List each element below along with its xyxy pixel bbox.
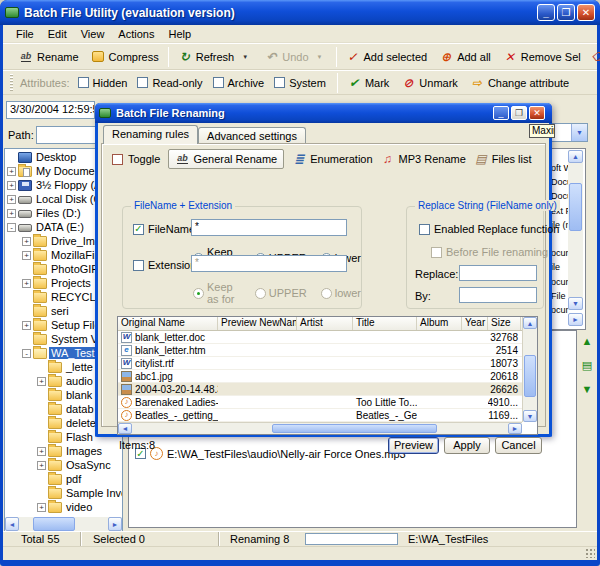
refresh-dropdown-icon[interactable] xyxy=(238,50,252,64)
scroll-right-icon[interactable]: ► xyxy=(508,423,522,434)
enable-replace-checkbox[interactable]: Enabled Replace function xyxy=(419,223,559,235)
column-preview-newname[interactable]: Preview NewName xyxy=(218,317,297,330)
rename-button[interactable]: Rename xyxy=(13,48,85,66)
grid-row[interactable]: abc1.jpg 20618 xyxy=(118,370,537,383)
grid-vertical-scrollbar[interactable]: ▲ ▼ xyxy=(522,317,537,422)
title-bar[interactable]: Batch File Utility (evaluation version) xyxy=(0,0,600,25)
close-button[interactable]: ✕ xyxy=(577,4,595,21)
system-checkbox[interactable]: System xyxy=(272,77,334,89)
menu-item[interactable]: Edit xyxy=(41,27,74,41)
tab-advanced-settings[interactable]: Advanced settings xyxy=(198,127,306,144)
readonly-checkbox[interactable]: Read-only xyxy=(135,77,210,89)
grid-row[interactable]: Beatles_-_getting_b... Beatles_-_Ge... 1… xyxy=(118,409,537,422)
move-top-icon[interactable]: ▲ xyxy=(582,336,593,347)
column-title[interactable]: Title xyxy=(353,317,417,330)
tree-expander[interactable]: + xyxy=(22,251,31,260)
mark-button[interactable]: Mark xyxy=(341,74,395,92)
combo-dropdown-icon[interactable]: ▼ xyxy=(571,124,587,141)
filename-input[interactable]: * xyxy=(191,219,347,236)
column-album[interactable]: Album xyxy=(417,317,462,330)
enumeration-button[interactable]: Enumeration xyxy=(292,152,372,166)
mp3-rename-button[interactable]: MP3 Rename xyxy=(381,152,466,166)
tree-item[interactable]: + video xyxy=(5,500,122,514)
scroll-down-icon[interactable]: ▼ xyxy=(568,297,583,310)
extension-checkbox[interactable]: Extension xyxy=(133,259,196,271)
filename-checkbox[interactable]: FileName xyxy=(133,223,195,235)
drive-combobox[interactable]: ▼ xyxy=(550,123,588,142)
column-artist[interactable]: Artist xyxy=(297,317,353,330)
file-list-scroll-thumb[interactable] xyxy=(569,183,582,231)
date-filter-input[interactable]: 3/30/2004 12:59:59 xyxy=(6,101,95,119)
tree-expander[interactable]: + xyxy=(37,447,46,456)
dialog-minimize-button[interactable]: _ xyxy=(493,106,509,120)
remove-all-button[interactable]: Remove all xyxy=(587,48,600,66)
grid-row[interactable]: 2004-03-20-14.48.3... 26626 xyxy=(118,383,537,396)
menu-item[interactable]: File xyxy=(9,27,41,41)
toolbar-grip[interactable] xyxy=(10,74,13,92)
path-input[interactable] xyxy=(36,126,96,144)
tab-renaming-rules[interactable]: Renaming rules xyxy=(103,125,198,144)
tree-item[interactable]: pdf xyxy=(5,472,122,486)
hidden-checkbox[interactable]: Hidden xyxy=(76,77,136,89)
cancel-button[interactable]: Cancel xyxy=(495,437,542,454)
list-order-icon[interactable]: ▤ xyxy=(582,360,592,371)
preview-button[interactable]: Preview xyxy=(388,437,439,454)
maximize-button[interactable]: ❐ xyxy=(557,4,575,21)
tree-expander[interactable]: + xyxy=(7,167,16,176)
tree-expander[interactable]: + xyxy=(22,279,31,288)
by-input[interactable] xyxy=(459,287,537,303)
resize-grip[interactable] xyxy=(585,548,595,558)
undo-button[interactable]: Undo xyxy=(258,48,332,66)
archive-checkbox[interactable]: Archive xyxy=(211,77,273,89)
scroll-left-icon[interactable]: ◄ xyxy=(118,423,132,434)
apply-button[interactable]: Apply xyxy=(444,437,490,454)
change-attribute-button[interactable]: Change attribute xyxy=(464,74,575,92)
refresh-button[interactable]: Refresh xyxy=(172,48,259,66)
grid-row[interactable]: blank_letter.doc 32768 xyxy=(118,331,537,344)
tree-scroll-thumb[interactable] xyxy=(33,517,75,531)
grid-hscroll-thumb[interactable] xyxy=(272,424,437,433)
grid-horizontal-scrollbar[interactable]: ◄ ► xyxy=(118,422,522,434)
replace-input[interactable] xyxy=(459,265,537,281)
grid-vscroll-thumb[interactable] xyxy=(524,355,536,397)
column-size[interactable]: Size xyxy=(488,317,521,330)
files-list-button[interactable]: Files list xyxy=(474,152,532,166)
menu-item[interactable]: Actions xyxy=(111,27,161,41)
remove-sel-button[interactable]: Remove Sel xyxy=(497,48,587,66)
dialog-close-button[interactable]: ✕ xyxy=(529,106,545,120)
compress-button[interactable]: Compress xyxy=(85,48,165,66)
dialog-title-bar[interactable]: Batch File Renaming xyxy=(95,103,552,123)
tree-expander[interactable]: + xyxy=(22,237,31,246)
unmark-button[interactable]: Unmark xyxy=(395,74,464,92)
tree-expander[interactable]: + xyxy=(7,181,16,190)
file-list-vertical-scrollbar[interactable]: ▲ ▼ xyxy=(568,150,583,310)
tree-expander[interactable]: + xyxy=(37,461,46,470)
extension-input[interactable]: * xyxy=(191,255,347,272)
menu-item[interactable]: Help xyxy=(161,27,198,41)
menu-item[interactable]: View xyxy=(74,27,112,41)
scroll-up-icon[interactable]: ▲ xyxy=(568,150,583,163)
column-original-name[interactable]: Original Name xyxy=(118,317,218,330)
tree-item[interactable]: + OsaSync xyxy=(5,458,122,472)
grid-row[interactable]: blank_letter.htm 2514 xyxy=(118,344,537,357)
scroll-right-icon[interactable]: ► xyxy=(568,313,583,326)
general-rename-button[interactable]: General Rename xyxy=(168,149,284,169)
add-selected-button[interactable]: Add selected xyxy=(340,48,434,66)
tree-item[interactable]: Sample Invo xyxy=(5,486,122,500)
scroll-up-icon[interactable]: ▲ xyxy=(523,317,537,329)
move-bottom-icon[interactable]: ▼ xyxy=(582,384,593,395)
tree-expander[interactable]: + xyxy=(7,195,16,204)
scroll-right-icon[interactable]: ► xyxy=(108,517,122,531)
grid-row[interactable]: citylist.rtf 18073 xyxy=(118,357,537,370)
grid-row[interactable]: Barenaked Ladies-t... Too Little To... 4… xyxy=(118,396,537,409)
tree-expander[interactable]: + xyxy=(7,209,16,218)
minimize-button[interactable]: _ xyxy=(537,4,555,21)
add-all-button[interactable]: Add all xyxy=(433,48,497,66)
tree-expander[interactable]: - xyxy=(7,223,16,232)
toggle-button[interactable]: Toggle xyxy=(110,152,160,166)
scroll-left-icon[interactable]: ◄ xyxy=(5,517,19,531)
tree-expander[interactable]: + xyxy=(37,503,46,512)
tree-expander[interactable]: + xyxy=(22,321,31,330)
tree-expander[interactable]: + xyxy=(37,377,46,386)
scroll-down-icon[interactable]: ▼ xyxy=(523,410,537,422)
